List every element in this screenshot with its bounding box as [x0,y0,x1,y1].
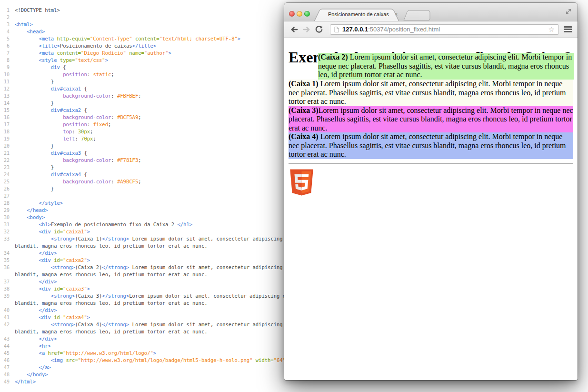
caixa3-box: (Caixa 3)Lorem ipsum dolor sit amet, con… [289,106,573,133]
fullscreen-icon[interactable] [565,8,572,15]
line-number: 24 [0,171,10,178]
caixa4-label: (Caixa 4) [289,132,319,141]
caixa4-box: (Caixa 4) Lorem ipsum dolor sit amet, co… [289,132,573,159]
line-number: 48 [0,371,10,378]
back-arrow-icon [290,26,299,33]
line-number: 35 [0,257,10,264]
html5-badge-link[interactable] [289,168,577,199]
line-number: 3 [0,21,10,28]
line-number: 26 [0,185,10,192]
line-number: 45 [0,350,10,357]
browser-toolbar: 127.0.0.1:50374/position_fixed.html ☆ [284,21,578,38]
caixa3-label: (Caixa 3) [289,106,319,114]
rendered-page: Exemplo de posicionamento fixo da Caixa … [285,39,577,380]
url-path: :50374/position_fixed.html [368,26,440,33]
caixa4-text: Lorem ipsum dolor sit amet, consectetur … [289,132,566,158]
active-tab[interactable]: Posicionamento de caixas × [325,10,393,18]
line-number: 8 [0,57,10,64]
line-number: 1 [0,7,10,14]
hamburger-icon [564,26,572,28]
horizontal-rule [289,163,573,164]
line-number: 33 [0,235,10,242]
line-number: 31 [0,221,10,228]
caixa1-box: (Caixa 1) Lorem ipsum dolor sit amet, co… [289,80,573,106]
line-number: 32 [0,228,10,235]
new-tab-button[interactable] [404,10,430,20]
line-number: 37 [0,278,10,285]
line-number: 4 [0,28,10,35]
line-number [0,328,10,335]
reload-icon [315,25,323,33]
line-number: 23 [0,164,10,171]
caixa2-label: (Caixa 2) [318,53,348,61]
line-number: 34 [0,250,10,257]
line-number: 16 [0,114,10,121]
url-bar[interactable]: 127.0.0.1:50374/position_fixed.html ☆ [330,24,559,35]
line-number: 36 [0,264,10,271]
line-number: 29 [0,207,10,214]
line-number: 39 [0,292,10,300]
line-number: 30 [0,214,10,221]
html5-logo-icon [289,168,315,197]
line-number: 22 [0,157,10,164]
line-number: 47 [0,364,10,371]
line-number: 14 [0,100,10,107]
line-number: 12 [0,85,10,92]
line-number: 44 [0,342,10,350]
browser-window: Posicionamento de caixas × [284,3,578,380]
blank-page-icon [334,27,339,32]
close-window-button[interactable] [289,11,295,17]
line-number: 42 [0,321,10,328]
line-number: 43 [0,335,10,342]
tab-close-icon[interactable]: × [395,12,398,17]
forward-arrow-icon [302,26,311,33]
tab-title: Posicionamento de caixas [328,11,389,17]
line-number: 28 [0,200,10,207]
line-number: 49 [0,378,10,385]
line-number: 18 [0,128,10,135]
line-number: 20 [0,142,10,150]
line-number: 15 [0,107,10,114]
line-number: 5 [0,35,10,42]
menu-button[interactable] [564,24,572,34]
line-number: 21 [0,150,10,157]
line-number: 46 [0,357,10,364]
line-number: 11 [0,78,10,85]
line-number: 13 [0,92,10,100]
minimize-window-button[interactable] [297,11,302,17]
line-number: 38 [0,285,10,292]
caixa3-text: Lorem ipsum dolor sit amet, consectetur … [289,106,573,132]
line-number: 41 [0,314,10,321]
line-number [0,300,10,307]
caixa1-label: (Caixa 1) [289,80,319,88]
caixa2-text: Lorem ipsum dolor sit amet, consectetur … [318,53,572,79]
line-number: 7 [0,50,10,57]
bookmark-star-icon[interactable]: ☆ [548,26,555,33]
line-number [0,242,10,250]
line-number: 6 [0,42,10,50]
line-number: 27 [0,192,10,200]
line-number: 9 [0,64,10,71]
forward-button[interactable] [302,26,311,33]
url-host: 127.0.0.1 [342,26,368,33]
line-number: 10 [0,71,10,78]
back-button[interactable] [290,26,299,33]
line-number: 19 [0,135,10,142]
window-titlebar: Posicionamento de caixas × [284,3,578,21]
screenshot-root: { "editor": { "palette": { "p":"#4d4d4c"… [0,0,588,392]
line-number: 40 [0,307,10,314]
line-number: 2 [0,14,10,21]
line-number [0,271,10,278]
line-number: 25 [0,178,10,185]
caixa2-box: (Caixa 2) Lorem ipsum dolor sit amet, co… [318,53,574,80]
line-number: 17 [0,121,10,128]
traffic-lights [289,11,310,17]
caixa1-text: Lorem ipsum dolor sit amet, consectetur … [289,80,566,105]
reload-button[interactable] [315,25,323,33]
